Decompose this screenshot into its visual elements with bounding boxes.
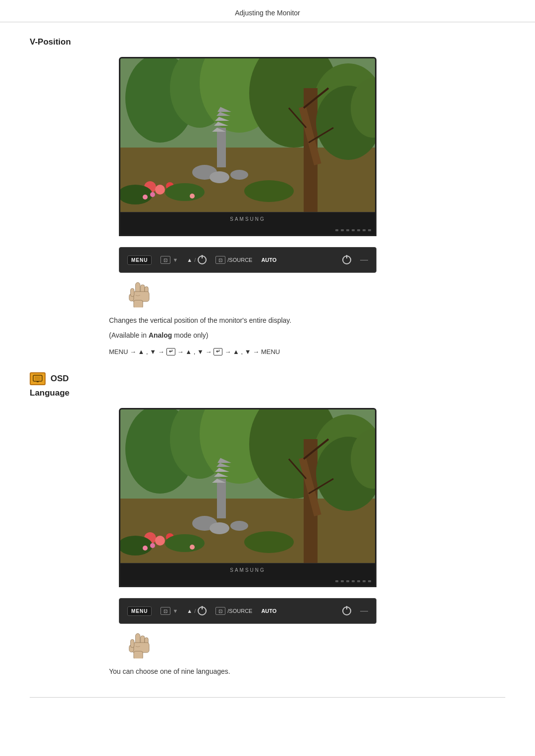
monitor-frame-1: SAMSUNG (119, 57, 376, 236)
osd-slash: / (194, 257, 196, 263)
svg-point-19 (155, 185, 165, 195)
ctrl-dot (352, 229, 355, 231)
v-position-title: V-Position (30, 37, 505, 47)
language-description: You can choose one of nine languages. (109, 666, 505, 677)
v-position-desc1: Changes the vertical position of the mon… (109, 315, 505, 326)
page-header: Adjusting the Monitor (0, 0, 535, 22)
osd-item-2-3: ⊡ /SOURCE (215, 607, 252, 615)
osd-source-label: /SOURCE (227, 257, 252, 263)
v-position-nav-path: MENU → ▲ , ▼ → ↵ → ▲ , ▼ → ↵ → ▲ , ▼ → M… (109, 346, 505, 357)
ctrl-dot (368, 580, 371, 582)
osd-source-icon: ⊡ (215, 256, 225, 264)
ctrl-dot (346, 229, 349, 231)
ctrl-dot (352, 580, 355, 582)
ctrl-dot (341, 229, 344, 231)
osd-auto-label[interactable]: AUTO (261, 257, 276, 263)
v-position-desc2: (Available in Analog mode only) (109, 330, 505, 341)
svg-rect-40 (131, 289, 134, 297)
nav-enter-icon-2: ↵ (214, 348, 222, 355)
osd-dash-2: — (360, 606, 368, 615)
svg-point-76 (190, 545, 195, 550)
svg-rect-85 (131, 640, 134, 648)
hand-cursor-area-1 (126, 278, 505, 305)
svg-rect-52 (217, 479, 226, 518)
osd-dash: — (360, 255, 368, 264)
samsung-logo-1: SAMSUNG (230, 216, 266, 222)
osd-item-3: ⊡ /SOURCE (215, 256, 252, 264)
v-position-description: Changes the vertical position of the mon… (109, 315, 505, 357)
monitor-base-bar-2: SAMSUNG (120, 563, 375, 577)
ctrl-dot (368, 229, 371, 231)
osd-item-2-2: ▲ / (187, 606, 207, 615)
svg-point-27 (165, 183, 205, 201)
svg-point-59 (210, 522, 229, 534)
osd-bar-wrapper-1: MENU ⊡ ▼ ▲ / ⊡ /SOURCE AUTO — (119, 247, 505, 273)
page-title: Adjusting the Monitor (235, 9, 300, 17)
svg-point-75 (150, 543, 155, 548)
ctrl-dot (357, 229, 360, 231)
svg-rect-43 (35, 376, 41, 380)
monitor-controls-1 (120, 226, 375, 235)
svg-point-15 (230, 170, 248, 180)
osd-item-2: ▲ / (187, 255, 207, 264)
hand-icon-1 (126, 280, 151, 307)
osd-power-icon (198, 255, 207, 264)
svg-point-74 (143, 546, 148, 551)
osd-slash-2: / (194, 608, 196, 614)
osd-menu-label-1[interactable]: MENU (127, 255, 152, 265)
osd-section-icon (33, 375, 43, 383)
osd-section-icon-box (30, 372, 46, 385)
ctrl-dot (357, 580, 360, 582)
svg-rect-7 (217, 128, 226, 167)
osd-divider-2-1: ▼ (172, 608, 178, 614)
osd-bar-1: MENU ⊡ ▼ ▲ / ⊡ /SOURCE AUTO — (119, 247, 376, 273)
monitor-base-bar-1: SAMSUNG (120, 212, 375, 226)
monitor-screen-2 (120, 409, 375, 563)
svg-rect-41 (134, 300, 143, 307)
ctrl-dot (341, 580, 344, 582)
osd-divider-1: ▼ (172, 257, 178, 263)
osd-up-arrow: ▲ (187, 257, 192, 263)
osd-auto-label-2[interactable]: AUTO (261, 608, 276, 614)
svg-point-64 (155, 536, 165, 546)
language-title: Language (30, 388, 505, 398)
ctrl-dot (363, 229, 366, 231)
osd-icon-2-1: ⊡ (160, 607, 170, 615)
osd-icon-1: ⊡ (160, 256, 170, 264)
svg-point-30 (150, 192, 155, 197)
osd-item-1: ⊡ ▼ (160, 256, 178, 264)
svg-point-31 (190, 194, 195, 199)
ctrl-dot (346, 580, 349, 582)
monitor-image-1: SAMSUNG (119, 57, 505, 236)
osd-bar-wrapper-2: MENU ⊡ ▼ ▲ / ⊡ /SOURCE AUTO — (119, 598, 505, 624)
ctrl-dot (335, 229, 338, 231)
osd-up-arrow-2: ▲ (187, 608, 192, 614)
monitor-frame-2: SAMSUNG (119, 408, 376, 587)
language-desc: You can choose one of nine languages. (109, 666, 505, 677)
osd-section-header: OSD (30, 372, 505, 385)
svg-point-14 (210, 171, 229, 183)
nav-enter-icon-1: ↵ (166, 348, 175, 355)
ctrl-dot (363, 580, 366, 582)
hand-cursor-area-2 (126, 629, 505, 656)
svg-point-72 (165, 534, 205, 552)
monitor-image-2: SAMSUNG (119, 408, 505, 587)
page-content: V-Position (0, 22, 535, 717)
page-footer (30, 697, 505, 698)
osd-menu-label-2[interactable]: MENU (127, 606, 152, 616)
monitor-screen-1 (120, 58, 375, 212)
svg-point-60 (230, 521, 248, 531)
svg-point-28 (244, 180, 294, 202)
osd-power-btn[interactable] (342, 255, 351, 264)
osd-source-icon-2: ⊡ (215, 607, 225, 615)
osd-power-btn-2[interactable] (342, 606, 351, 615)
samsung-logo-2: SAMSUNG (230, 567, 266, 573)
svg-rect-86 (134, 652, 143, 659)
svg-rect-44 (37, 381, 39, 382)
svg-point-29 (143, 195, 148, 200)
osd-item-2-1: ⊡ ▼ (160, 607, 178, 615)
osd-power-icon-2 (198, 606, 207, 615)
osd-source-label-2: /SOURCE (227, 608, 252, 614)
ctrl-dot (335, 580, 338, 582)
osd-bar-2: MENU ⊡ ▼ ▲ / ⊡ /SOURCE AUTO — (119, 598, 376, 624)
